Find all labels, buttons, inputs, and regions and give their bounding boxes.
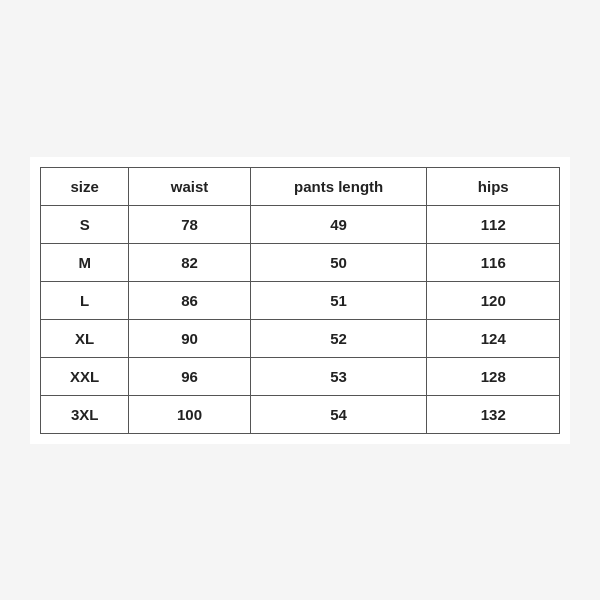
cell-pants-length: 50 [250,243,427,281]
header-size: size [41,167,129,205]
cell-hips: 132 [427,395,560,433]
table-row: XXL9653128 [41,357,560,395]
cell-pants-length: 52 [250,319,427,357]
header-pants-length: pants length [250,167,427,205]
cell-waist: 100 [129,395,250,433]
cell-size: M [41,243,129,281]
cell-size: 3XL [41,395,129,433]
table-row: M8250116 [41,243,560,281]
table-header-row: size waist pants length hips [41,167,560,205]
size-chart-container: size waist pants length hips S7849112M82… [30,157,570,444]
cell-pants-length: 54 [250,395,427,433]
cell-waist: 96 [129,357,250,395]
cell-size: XL [41,319,129,357]
header-waist: waist [129,167,250,205]
table-row: L8651120 [41,281,560,319]
cell-waist: 78 [129,205,250,243]
cell-size: L [41,281,129,319]
table-row: 3XL10054132 [41,395,560,433]
cell-hips: 124 [427,319,560,357]
cell-waist: 82 [129,243,250,281]
cell-hips: 116 [427,243,560,281]
cell-waist: 90 [129,319,250,357]
cell-size: XXL [41,357,129,395]
size-chart-table: size waist pants length hips S7849112M82… [40,167,560,434]
cell-pants-length: 49 [250,205,427,243]
cell-waist: 86 [129,281,250,319]
header-hips: hips [427,167,560,205]
table-row: S7849112 [41,205,560,243]
table-row: XL9052124 [41,319,560,357]
cell-pants-length: 51 [250,281,427,319]
cell-hips: 120 [427,281,560,319]
cell-hips: 128 [427,357,560,395]
cell-pants-length: 53 [250,357,427,395]
cell-hips: 112 [427,205,560,243]
cell-size: S [41,205,129,243]
